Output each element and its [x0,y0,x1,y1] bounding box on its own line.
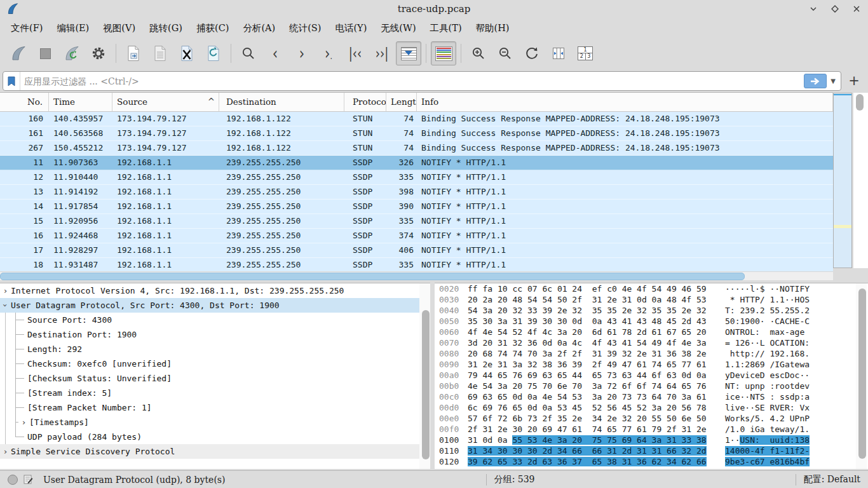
collapse-arrow-icon[interactable]: › [1,300,10,311]
detail-row[interactable]: ›Internet Protocol Version 4, Src: 192.1… [0,283,430,298]
capture-comment-icon[interactable] [23,474,33,486]
hex-row[interactable]: 005035 30 3a 31 39 30 30 0d 0a 43 41 43 … [435,316,868,327]
hex-ascii[interactable]: live··SE RVER: Vx [725,402,810,413]
packet-row[interactable]: 160140.435957173.194.79.127192.168.1.122… [0,112,833,126]
hex-row[interactable]: 00c069 63 65 0d 0a 4e 54 53 3a 20 73 73 … [435,391,868,402]
hex-row[interactable]: 00b04e 54 3a 20 75 70 6e 70 3a 72 6f 6f … [435,381,868,391]
hex-ascii[interactable]: ·····l·$ ··NOTIFY [725,283,810,294]
stop-capture-icon[interactable] [32,41,58,65]
hex-ascii[interactable]: 1··USN: uuid:138 [725,435,810,445]
hex-row[interactable]: 0020ff fa 10 cc 07 6c 01 24 ef c0 4e 4f … [435,283,868,294]
hex-bytes[interactable]: 54 3a 20 32 33 39 2e 32 35 35 2e 32 35 3… [468,305,717,316]
go-back-icon[interactable]: ‹ [262,41,288,65]
packet-row[interactable]: 267150.455212173.194.79.127192.168.1.122… [0,141,833,156]
hex-row[interactable]: 009031 2e 31 3a 32 38 36 39 2f 49 47 61 … [435,359,868,370]
intelligent-scrollbar-minimap[interactable] [833,93,852,268]
save-file-icon[interactable] [147,41,173,65]
detail-row[interactable]: UDP payload (284 bytes) [0,430,430,444]
detail-row[interactable]: ›[Timestamps] [0,415,430,430]
packet-row[interactable]: 1611.924468192.168.1.1239.255.255.250SSD… [0,229,833,243]
expert-info-icon[interactable] [8,475,18,485]
hex-bytes[interactable]: 31 2e 31 3a 32 38 36 39 2f 49 47 61 74 6… [468,359,717,370]
menu-tools[interactable]: 工具(T) [423,18,469,38]
last-packet-icon[interactable]: ››| [369,41,395,65]
status-profile[interactable]: 配置: Default [804,474,860,485]
detail-row[interactable]: Checksum: 0xefc0 [unverified] [0,356,430,371]
hex-ascii[interactable]: = 126··L OCATION: [725,337,810,348]
detail-row[interactable]: ›User Datagram Protocol, Src Port: 4300,… [0,298,430,313]
zoom-in-icon[interactable] [466,41,491,65]
menu-analyze[interactable]: 分析(A) [236,18,282,38]
hex-row[interactable]: 011031 34 30 30 30 2d 34 66 66 31 2d 31 … [435,445,868,456]
column-header-info[interactable]: Info [417,93,833,111]
packet-row[interactable]: 1111.907363192.168.1.1239.255.255.250SSD… [0,156,833,170]
hex-row[interactable]: 00a079 44 65 76 69 63 65 44 65 73 63 44 … [435,370,868,381]
bytes-vscrollbar-thumb[interactable] [858,288,866,459]
auto-scroll-icon[interactable] [396,41,421,65]
zoom-out-icon[interactable] [492,41,518,65]
capture-options-icon[interactable] [86,41,111,65]
menu-statistics[interactable]: 统计(S) [282,18,328,38]
hex-ascii[interactable]: /1.0 iGa teway/1. [725,424,810,435]
packet-row[interactable]: 1211.910440192.168.1.1239.255.255.250SSD… [0,170,833,185]
hex-bytes[interactable]: 2f 31 2e 30 20 69 47 61 74 65 77 61 79 2… [468,424,717,435]
hex-bytes[interactable]: 69 63 65 0d 0a 4e 54 53 3a 20 73 73 64 7… [468,391,717,402]
maximize-button[interactable] [829,3,841,15]
packet-row[interactable]: 1511.920956192.168.1.1239.255.255.250SSD… [0,214,833,229]
hex-ascii[interactable]: ice··NTS : ssdp:a [725,391,810,402]
menu-view[interactable]: 视图(V) [96,18,142,38]
column-header-source[interactable]: Source^ [112,93,219,111]
hex-ascii[interactable]: 1.1:2869 /IGatewa [725,359,810,370]
menu-file[interactable]: 文件(F) [4,18,50,38]
hex-ascii[interactable]: * HTTP/ 1.1··HOS [725,294,810,305]
column-header-destination[interactable]: Destination [219,93,344,111]
hex-ascii[interactable]: T: 239.2 55.255.2 [725,305,810,316]
bytes-vscrollbar[interactable] [856,283,867,469]
hex-row[interactable]: 010031 0d 0a 55 53 4e 3a 20 75 75 69 64 … [435,435,868,445]
column-header-no[interactable]: No. [0,93,49,111]
go-to-packet-icon[interactable]: ›. [316,41,341,65]
hex-bytes[interactable]: 3d 20 31 32 36 0d 0a 4c 4f 43 41 54 49 4… [468,337,717,348]
packet-list-hscrollbar[interactable] [0,271,833,280]
hex-ascii[interactable]: NT: upnp :rootdev [725,381,810,391]
expand-arrow-icon[interactable]: › [18,417,29,427]
hex-ascii[interactable]: Works/5. 4.2 UPnP [725,413,810,424]
packet-row[interactable]: 1411.917854192.168.1.1239.255.255.250SSD… [0,200,833,214]
menu-wireless[interactable]: 无线(W) [374,18,423,38]
hex-ascii[interactable]: http:// 192.168. [725,348,810,359]
details-vscrollbar-thumb[interactable] [422,310,430,459]
vscrollbar-thumb[interactable] [856,94,864,111]
layout-icon[interactable]: 123 [573,41,598,65]
close-button[interactable] [850,3,863,15]
details-vscrollbar[interactable] [419,283,430,469]
hex-row[interactable]: 00d06c 69 76 65 0d 0a 53 45 52 56 45 52 … [435,402,868,413]
packet-row[interactable]: 1811.931487192.168.1.1239.255.255.250SSD… [0,258,833,273]
menu-edit[interactable]: 编辑(E) [50,18,96,38]
hex-bytes[interactable]: 6c 69 76 65 0d 0a 53 45 52 56 45 52 3a 2… [468,402,717,413]
menu-capture[interactable]: 捕获(C) [189,18,236,38]
hex-bytes[interactable]: 39 62 65 33 2d 63 36 37 65 38 31 36 62 3… [468,456,717,467]
hex-bytes[interactable]: 35 30 3a 31 39 30 30 0d 0a 43 41 43 48 4… [468,316,717,327]
expand-arrow-icon[interactable]: › [0,447,11,456]
hex-row[interactable]: 008020 68 74 74 70 3a 2f 2f 31 39 32 2e … [435,348,868,359]
colorize-icon[interactable] [431,41,456,65]
open-file-icon[interactable] [121,41,146,65]
hex-bytes[interactable]: 31 34 30 30 30 2d 34 66 66 31 2d 31 31 6… [468,445,717,456]
detail-row[interactable]: [Stream index: 5] [0,386,430,400]
restart-capture-icon[interactable] [59,41,85,65]
zoom-reset-icon[interactable] [519,41,545,65]
first-packet-icon[interactable]: |‹‹ [342,41,368,65]
hex-bytes[interactable]: 4e 54 3a 20 75 70 6e 70 3a 72 6f 6f 74 6… [468,381,717,391]
hex-row[interactable]: 00604f 4e 54 52 4f 4c 3a 20 6d 61 78 2d … [435,327,868,337]
expand-arrow-icon[interactable]: › [0,286,11,295]
hex-row[interactable]: 00703d 20 31 32 36 0d 0a 4c 4f 43 41 54 … [435,337,868,348]
reload-file-icon[interactable] [201,41,226,65]
hex-row[interactable]: 00e057 6f 72 6b 73 2f 35 2e 34 2e 32 20 … [435,413,868,424]
hex-ascii[interactable]: ONTROL: max-age [725,327,810,337]
detail-row[interactable]: Length: 292 [0,342,430,356]
packet-row[interactable]: 161140.563568173.194.79.127192.168.1.122… [0,126,833,141]
column-header-time[interactable]: Time [49,93,112,111]
hex-row[interactable]: 004054 3a 20 32 33 39 2e 32 35 35 2e 32 … [435,305,868,316]
hex-bytes[interactable]: 79 44 65 76 69 63 65 44 65 73 63 44 6f 6… [468,370,717,381]
menu-telephony[interactable]: 电话(Y) [328,18,374,38]
